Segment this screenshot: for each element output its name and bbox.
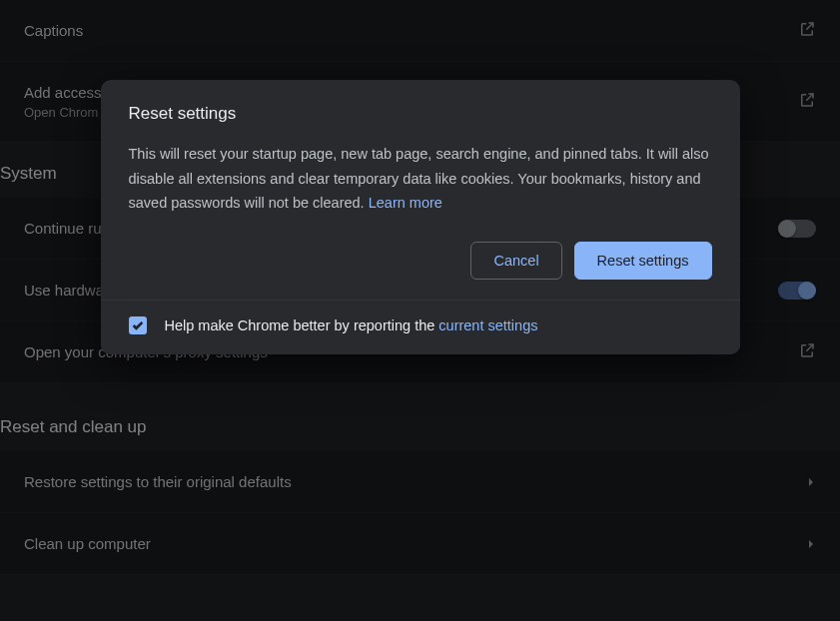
learn-more-link[interactable]: Learn more — [369, 195, 442, 211]
report-settings-text: Help make Chrome better by reporting the… — [165, 317, 538, 333]
dialog-body: Reset settings This will reset your star… — [101, 80, 740, 300]
cancel-button[interactable]: Cancel — [470, 242, 561, 280]
settings-page: Captions Add access Open Chrom System Co… — [0, 0, 840, 621]
report-prefix: Help make Chrome better by reporting the — [165, 317, 439, 333]
dialog-description: This will reset your startup page, new t… — [129, 142, 712, 216]
dialog-title: Reset settings — [129, 104, 712, 124]
reset-settings-dialog: Reset settings This will reset your star… — [101, 80, 740, 354]
dialog-actions: Cancel Reset settings — [129, 238, 712, 280]
current-settings-link[interactable]: current settings — [438, 317, 537, 333]
modal-overlay[interactable]: Reset settings This will reset your star… — [0, 0, 840, 621]
dialog-footer: Help make Chrome better by reporting the… — [101, 300, 740, 354]
reset-settings-button[interactable]: Reset settings — [574, 242, 712, 280]
report-checkbox[interactable] — [129, 316, 147, 334]
